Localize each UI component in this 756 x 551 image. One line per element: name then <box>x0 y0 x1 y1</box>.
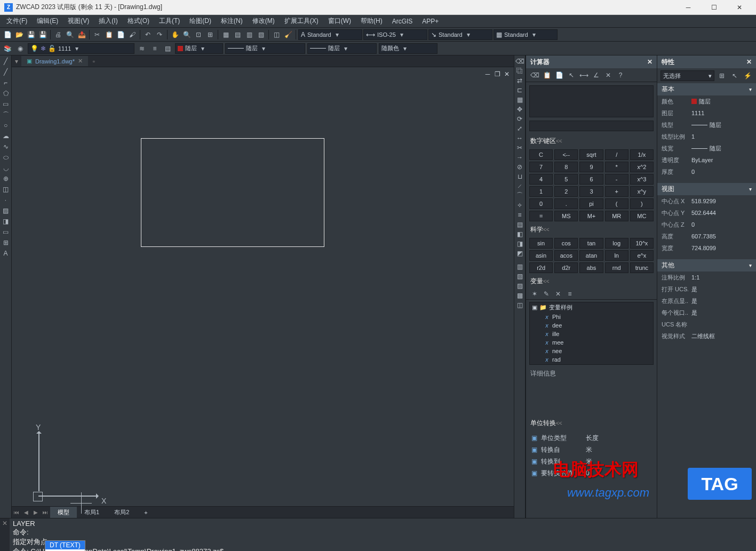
science-section-head[interactable]: 科学 <box>526 223 657 236</box>
section-head[interactable]: 视图▾ <box>657 183 756 195</box>
calc-key[interactable]: 2 <box>554 186 578 197</box>
redo-icon[interactable]: ↷ <box>154 29 165 40</box>
expand-icon[interactable]: ▣ <box>530 434 538 442</box>
calc-key[interactable]: 0 <box>529 198 553 209</box>
document-tab[interactable]: ▣ Drawing1.dwg* ✕ <box>21 56 88 66</box>
property-row[interactable]: 高度607.7385 <box>657 230 756 242</box>
calc-key[interactable]: <-- <box>554 149 578 160</box>
ellipse-icon[interactable]: ⬭ <box>1 153 11 162</box>
preview-icon[interactable]: 🔍 <box>65 29 75 40</box>
layer1-icon[interactable]: ▥ <box>514 262 525 271</box>
cut-icon[interactable]: ✂ <box>92 29 102 40</box>
save-icon[interactable]: 💾 <box>26 29 36 40</box>
calc-key[interactable]: pi <box>579 198 603 209</box>
layer5-icon[interactable]: ◫ <box>514 300 525 309</box>
menu-item[interactable]: APP+ <box>418 16 443 27</box>
calc-key[interactable]: MC <box>630 211 654 221</box>
calc-key[interactable]: 6 <box>579 174 603 185</box>
line-icon[interactable]: ╱ <box>1 57 11 66</box>
polygon-icon[interactable]: ⬠ <box>1 89 11 98</box>
designctr-icon[interactable]: ▤ <box>232 29 243 40</box>
tree-root[interactable]: ▣📁变量样例 <box>530 302 653 313</box>
point-icon[interactable]: · <box>1 195 11 205</box>
calc-key[interactable]: MR <box>605 211 628 221</box>
layerprop-icon[interactable]: 📚 <box>2 43 13 54</box>
color-combo[interactable]: 随层 ▾ <box>175 43 223 54</box>
zoom-icon[interactable]: 🔍 <box>181 29 192 40</box>
draworder-icon[interactable]: ▤ <box>514 220 525 229</box>
calc-key[interactable]: M+ <box>579 211 603 221</box>
match-icon[interactable]: 🖌 <box>127 29 138 40</box>
section-head[interactable]: 基本▾ <box>657 83 756 95</box>
menu-item[interactable]: 修改(M) <box>248 15 279 27</box>
sci-key[interactable]: abs <box>579 262 603 273</box>
open-icon[interactable]: 📂 <box>14 29 25 40</box>
plotstyle-combo[interactable]: 随颜色 ▾ <box>379 43 437 54</box>
tab-next-icon[interactable]: ▶ <box>31 509 41 515</box>
layer2-icon[interactable]: ▧ <box>514 271 525 281</box>
tab-last-icon[interactable]: ⏭ <box>41 509 50 515</box>
autocomplete-item[interactable]: DT (TEXT) <box>45 541 85 549</box>
menu-item[interactable]: 视图(V) <box>63 15 93 27</box>
property-row[interactable]: 视觉样式二维线框 <box>657 330 756 342</box>
var-new-icon[interactable]: ✶ <box>529 289 540 299</box>
menu-item[interactable]: ArcGIS <box>388 16 417 27</box>
viewport-minimize-icon[interactable]: ─ <box>484 70 491 78</box>
calc-key[interactable]: x^2 <box>630 162 654 172</box>
calc-key[interactable]: + <box>605 186 628 197</box>
tab-first-icon[interactable]: ⏮ <box>12 509 21 515</box>
menu-item[interactable]: 窗口(W) <box>324 15 355 27</box>
numpad-section-head[interactable]: 数字键区 <box>526 134 657 148</box>
block-icon[interactable]: ◫ <box>1 185 11 194</box>
cmd-close-icon[interactable]: ✕ <box>0 518 10 551</box>
layerprev-icon[interactable]: ≡ <box>149 43 160 54</box>
calc-clear-icon[interactable]: ⌫ <box>529 70 540 81</box>
calc-icon[interactable]: ▧ <box>256 29 266 40</box>
calc-key[interactable]: 5 <box>554 174 578 185</box>
command-log[interactable]: LAYER命令:指定对角点:命令: C:\Users\admin\AppData… <box>10 518 756 551</box>
calc-key[interactable]: sqrt <box>579 149 603 160</box>
layer4-icon[interactable]: ▩ <box>514 291 525 300</box>
sci-key[interactable]: e^x <box>630 250 654 261</box>
calc-key[interactable]: MS <box>554 211 578 221</box>
quickselect-icon[interactable]: ⚡ <box>742 70 753 81</box>
var-item[interactable]: xmee <box>530 338 653 347</box>
var-calc-icon[interactable]: ≡ <box>564 289 575 299</box>
property-row[interactable]: 透明度ByLayer <box>657 154 756 166</box>
property-row[interactable]: 每个视口...是 <box>657 307 756 318</box>
property-row[interactable]: 打开 UCS...是 <box>657 283 756 295</box>
join-icon[interactable]: ⊔ <box>514 172 525 181</box>
sci-key[interactable]: ln <box>605 250 628 261</box>
toolpal-icon[interactable]: ▥ <box>244 29 254 40</box>
calc-key[interactable]: 1 <box>529 186 553 197</box>
layerstate-icon[interactable]: ▤ <box>162 43 173 54</box>
expand-icon[interactable]: ▣ <box>530 458 538 465</box>
calc-key[interactable]: 9 <box>579 162 603 172</box>
property-row[interactable]: 中心点 X518.9299 <box>657 195 756 207</box>
autocomplete-popup[interactable]: DT (TEXT)DTEXTDTEXTED <box>45 540 85 551</box>
property-row[interactable]: 注释比例1:1 <box>657 271 756 283</box>
expand-icon[interactable]: ▣ <box>530 446 538 453</box>
menu-item[interactable]: 扩展工具(X) <box>280 15 323 27</box>
var-tree[interactable]: ▣📁变量样例 xPhixdeexillexmeexneexrad <box>529 302 654 365</box>
close-tab-icon[interactable]: ✕ <box>78 58 83 65</box>
calc-key[interactable]: 3 <box>579 186 603 197</box>
sci-key[interactable]: cos <box>554 238 578 249</box>
break-icon[interactable]: ⊘ <box>514 162 525 171</box>
circle-icon[interactable]: ○ <box>1 121 11 130</box>
sci-key[interactable]: trunc <box>630 262 654 273</box>
rectangle-icon[interactable]: ▭ <box>1 99 11 109</box>
minimize-button[interactable]: ─ <box>676 0 701 15</box>
calc-getdist-icon[interactable]: ⟷ <box>578 70 589 81</box>
calc-key[interactable]: ( <box>605 198 628 209</box>
menu-item[interactable]: 标注(N) <box>217 15 247 27</box>
revcloud-icon[interactable]: ☁ <box>1 131 11 141</box>
property-row[interactable]: 中心点 Y502.6444 <box>657 207 756 219</box>
zoomprev-icon[interactable]: ⊞ <box>205 29 216 40</box>
linetype-combo[interactable]: 随层 ▾ <box>225 43 305 54</box>
sci-key[interactable]: tan <box>579 238 603 249</box>
calc-help-icon[interactable]: ? <box>615 70 626 81</box>
property-row[interactable]: 在原点显...是 <box>657 295 756 307</box>
expand-icon[interactable]: ▣ <box>530 469 538 477</box>
calc-getint-icon[interactable]: ✕ <box>603 70 614 81</box>
